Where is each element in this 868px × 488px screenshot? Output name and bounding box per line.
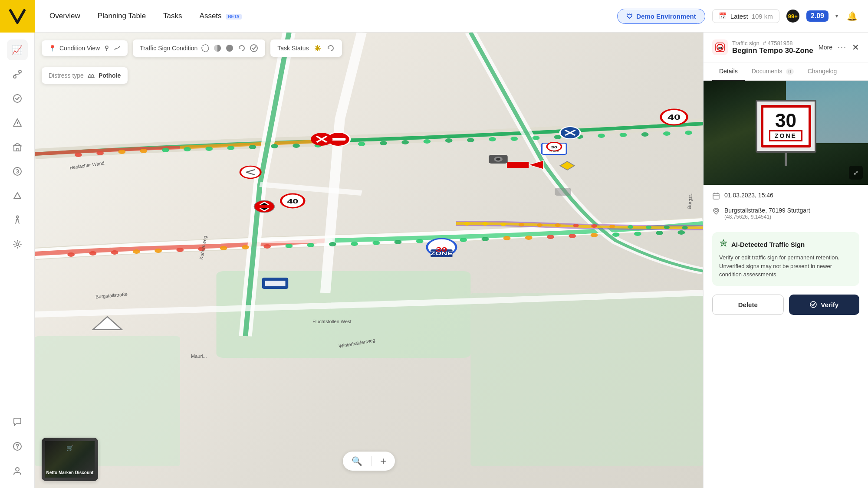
nav-assets[interactable]: Assets BETA [200, 9, 242, 23]
score-dropdown-icon[interactable]: ▾ [835, 13, 838, 19]
date-row: 01.03.2023, 15:46 [712, 192, 859, 202]
sidebar-item-user[interactable] [7, 460, 28, 481]
panel-sign-image[interactable]: 30 ZONE ⤢ [704, 81, 868, 185]
sidebar-item-triangle[interactable] [7, 185, 28, 206]
sidebar-item-route[interactable] [7, 64, 28, 85]
circle-fill-icon [225, 44, 234, 52]
tab-details[interactable]: Details [712, 62, 745, 81]
svg-point-24 [249, 145, 256, 149]
delete-button[interactable]: Delete [712, 295, 784, 315]
svg-text:40: 40 [287, 198, 298, 205]
svg-point-4 [17, 125, 18, 126]
more-dots-button[interactable]: ··· [838, 43, 847, 52]
ai-header: AI-Detected Traffic Sign [719, 239, 852, 250]
svg-point-25 [271, 144, 278, 148]
address-value: Burgstallstraße, 70199 Stuttgart [724, 207, 810, 214]
svg-point-75 [482, 222, 488, 226]
tab-documents[interactable]: Documents 0 [745, 62, 801, 81]
verify-button[interactable]: Verify [789, 295, 860, 315]
svg-point-31 [401, 140, 409, 144]
sidebar-item-building[interactable] [7, 137, 28, 157]
svg-rect-109 [555, 188, 571, 196]
asterisk-icon [313, 44, 322, 52]
panel-id: # 47581958 [763, 40, 793, 46]
svg-point-32 [424, 139, 431, 144]
ai-description: Verify or edit traffic sign for permanen… [719, 253, 852, 279]
svg-point-58 [351, 242, 358, 246]
minimap-label: Netto Marken Discount [45, 470, 95, 475]
svg-point-83 [628, 225, 633, 229]
sidebar-item-check[interactable] [7, 88, 28, 109]
ai-section: AI-Detected Traffic Sign Verify or edit … [712, 232, 859, 286]
svg-point-36 [510, 137, 518, 141]
svg-point-118 [250, 45, 257, 52]
svg-point-17 [96, 151, 104, 155]
svg-rect-100 [331, 138, 345, 141]
logo[interactable] [0, 0, 35, 33]
expand-image-button[interactable]: ⤢ [849, 166, 863, 180]
traffic-sign-filter[interactable]: Traffic Sign Condition [133, 39, 265, 57]
svg-point-43 [663, 131, 671, 136]
svg-point-113 [105, 46, 108, 49]
svg-point-29 [358, 142, 365, 146]
sidebar-item-help[interactable] [7, 436, 28, 457]
svg-point-57 [329, 242, 336, 246]
search-button[interactable]: 🔍 [352, 456, 362, 466]
svg-text:ZONE: ZONE [549, 151, 559, 153]
location-icon [712, 207, 720, 217]
more-button[interactable]: More [819, 44, 832, 51]
distress-type-filter[interactable]: Distress type Pothole [42, 67, 128, 84]
svg-point-63 [460, 238, 467, 242]
map-roads-svg: 40 40 ZONE 30 30 ZONE [35, 33, 703, 488]
nav-planning-table[interactable]: Planning Table [98, 9, 146, 23]
svg-point-68 [569, 234, 576, 238]
latest-button[interactable]: 📅 Latest 109 km [712, 9, 779, 23]
traffic-sign-icon: 30 [715, 42, 725, 52]
sidebar-item-settings[interactable] [7, 234, 28, 255]
nav-tasks[interactable]: Tasks [163, 9, 182, 23]
beta-badge: BETA [226, 14, 241, 20]
svg-point-114 [106, 50, 107, 51]
refresh-icon [237, 44, 246, 52]
sidebar-item-walking[interactable] [7, 210, 28, 230]
score-2-badge[interactable]: 2.09 [806, 10, 829, 22]
sync-icon [326, 44, 335, 52]
svg-point-16 [75, 153, 82, 157]
notification-bell-icon[interactable]: 🔔 [847, 11, 858, 21]
svg-rect-15 [470, 293, 703, 466]
svg-text:30: 30 [436, 246, 447, 253]
svg-point-42 [641, 132, 649, 137]
svg-point-50 [176, 248, 184, 252]
tab-changelog[interactable]: Changelog [801, 62, 844, 81]
sidebar-item-chart[interactable]: 📈 [7, 39, 28, 60]
sidebar-item-coin[interactable] [7, 161, 28, 182]
nav-overview[interactable]: Overview [49, 9, 80, 23]
panel-actions: Delete Verify [704, 295, 868, 324]
demo-env-button[interactable]: 🛡 Demo Environment [617, 9, 705, 24]
sidebar: 📈 [0, 33, 35, 488]
sidebar-item-chat[interactable] [7, 412, 28, 432]
svg-point-60 [395, 240, 402, 244]
nav-links: Overview Planning Table Tasks Assets BET… [49, 9, 242, 23]
task-status-filter[interactable]: Task Status [270, 39, 342, 57]
minimap[interactable]: 🛒 Netto Marken Discount [42, 438, 98, 481]
ai-icon [719, 239, 728, 250]
zoom-in-button[interactable]: + [380, 455, 386, 467]
sidebar-item-warning[interactable] [7, 112, 28, 133]
route-icon [114, 45, 121, 52]
svg-point-40 [598, 134, 605, 138]
svg-point-59 [372, 241, 380, 245]
circle-half-icon [213, 44, 222, 52]
map-zoom-controls: 🔍 + [343, 452, 395, 471]
svg-point-52 [220, 246, 227, 250]
svg-point-33 [445, 138, 453, 143]
svg-point-20 [162, 148, 169, 152]
svg-point-115 [202, 45, 209, 52]
condition-view-filter[interactable]: 📍 Condition View [42, 40, 128, 56]
svg-point-69 [591, 233, 598, 237]
svg-rect-102 [507, 162, 529, 168]
close-panel-button[interactable]: ✕ [852, 42, 859, 52]
panel-sign-title: Beginn Tempo 30-Zone [732, 46, 813, 55]
map-area[interactable]: 40 40 ZONE 30 30 ZONE [35, 33, 703, 488]
panel-header: 30 Traffic sign # 47581958 Beginn Tempo … [704, 33, 868, 62]
